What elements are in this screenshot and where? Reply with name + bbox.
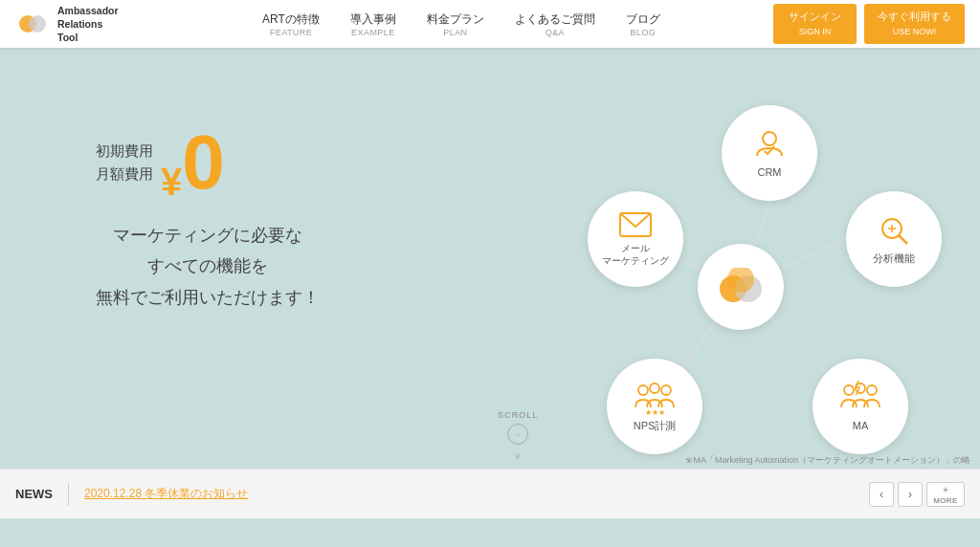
header: AmbassadorRelationsTool ARTの特徴 FEATURE 導… (0, 0, 980, 48)
news-bar: NEWS 2020.12.28 冬季休業のお知らせ ‹ › ＋ MORE (0, 469, 980, 518)
news-divider (68, 483, 69, 506)
nav: ARTの特徴 FEATURE 導入事例 EXAMPLE 料金プラン PLAN よ… (149, 11, 773, 37)
news-prev-button[interactable]: ‹ (869, 482, 894, 507)
feature-diagram: CRM メールマーケティング 分析機能 (530, 77, 951, 497)
crm-node: CRM (722, 105, 817, 201)
header-buttons: サインイン SIGN IN 今すぐ利用する USE NOW! (773, 4, 965, 45)
svg-point-10 (763, 132, 776, 145)
scroll-circle: ○ (507, 424, 528, 445)
ma-footnote: ※MA「Marketing Automation（マーケティングオートメーション… (685, 454, 970, 467)
logo-icon (15, 7, 50, 41)
center-node (698, 244, 784, 330)
ma-node: MA (813, 359, 908, 454)
svg-point-22 (867, 385, 877, 395)
main-area: 初期費用 月額費用 ¥ 0 マーケティングに必要な すべての機能を 無料でご利用… (0, 48, 980, 518)
logo-area: AmbassadorRelationsTool (15, 4, 149, 45)
mail-node: メールマーケティング (588, 191, 683, 287)
svg-point-1 (29, 15, 46, 33)
news-item[interactable]: 2020.12.28 冬季休業のお知らせ (84, 486, 248, 502)
svg-point-20 (844, 385, 854, 395)
svg-text:★★★: ★★★ (645, 408, 665, 415)
nav-plan[interactable]: 料金プラン PLAN (412, 11, 500, 37)
svg-point-17 (650, 383, 659, 393)
usenow-button[interactable]: 今すぐ利用する USE NOW! (864, 4, 965, 45)
price-yen: ¥ (161, 163, 182, 201)
logo-text: AmbassadorRelationsTool (57, 4, 119, 45)
hero-left: 初期費用 月額費用 ¥ 0 マーケティングに必要な すべての機能を 無料でご利用… (96, 124, 320, 313)
nav-faq[interactable]: よくあるご質問 Q&A (500, 11, 611, 37)
nav-art-feature[interactable]: ARTの特徴 FEATURE (247, 11, 335, 37)
price-labels: 初期費用 月額費用 (96, 140, 153, 186)
signin-button[interactable]: サインイン SIGN IN (773, 4, 857, 45)
nav-example[interactable]: 導入事例 EXAMPLE (335, 11, 412, 37)
nav-blog[interactable]: ブログ BLOG (611, 11, 676, 37)
svg-point-16 (638, 385, 648, 395)
news-more-button[interactable]: ＋ MORE (926, 482, 965, 507)
news-next-button[interactable]: › (898, 482, 923, 507)
price-value: 0 (182, 124, 225, 201)
scroll-chevron-icon: ∨ (514, 450, 522, 461)
hero-tagline: マーケティングに必要な すべての機能を 無料でご利用いただけます！ (96, 220, 320, 313)
svg-point-18 (661, 385, 671, 395)
news-label: NEWS (15, 487, 53, 501)
analysis-node: 分析機能 (846, 191, 942, 287)
nps-node: ★★★ NPS計測 (607, 359, 702, 454)
price-line: 初期費用 月額費用 ¥ 0 (96, 124, 320, 201)
news-nav: ‹ › ＋ MORE (869, 482, 965, 507)
svg-line-13 (899, 235, 907, 244)
